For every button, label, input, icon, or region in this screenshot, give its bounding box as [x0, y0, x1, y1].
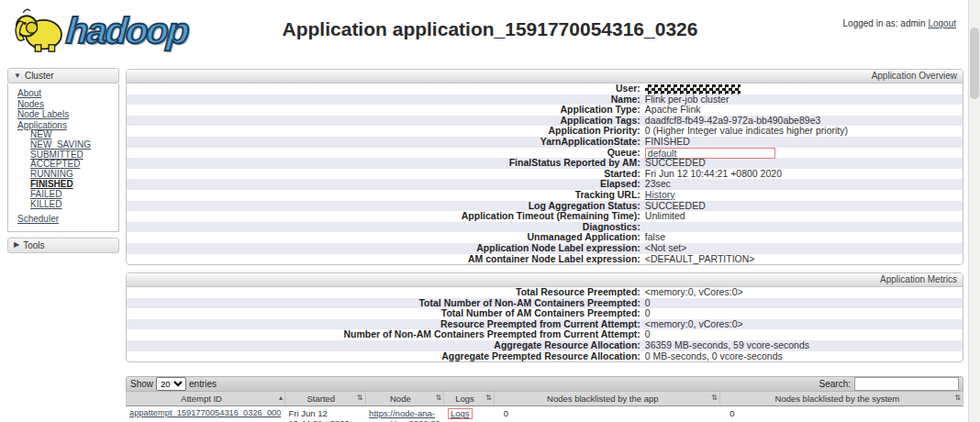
- kv-value-unmanaged-application: false: [645, 232, 963, 243]
- attempts-body: appattempt_1591770054316_0326_000001Fri …: [126, 406, 963, 422]
- sidebar-item-about[interactable]: About: [17, 88, 41, 99]
- application-metrics-title: Application Metrics: [127, 273, 963, 287]
- overview-rows: User:Name:Flink per-job clusterApplicati…: [127, 83, 963, 264]
- search-control: Search:: [819, 377, 959, 391]
- kv-row-overview-application-node-label-expression: Application Node Label expression:<Not s…: [127, 243, 963, 254]
- kv-row-overview-am-container-node-label-expression: AM container Node Label expression:<DEFA…: [127, 254, 963, 265]
- col-header-label: Nodes blacklisted by the app: [547, 394, 658, 404]
- sidebar-item-state-killed[interactable]: KILLED: [30, 200, 61, 210]
- logs-link[interactable]: Logs: [451, 408, 470, 418]
- application-overview-title: Application Overview: [127, 70, 963, 83]
- kv-value-aggregate-resource-allocation: 36359 MB-seconds, 59 vcore-seconds: [645, 340, 963, 351]
- tools-label: Tools: [23, 240, 44, 250]
- kv-row-overview-application-type: Application Type:Apache Flink: [127, 105, 963, 116]
- kv-label-total-resource-preempted: Total Resource Preempted:: [127, 287, 645, 298]
- logged-in-as-text: Logged in as: admin: [843, 18, 926, 28]
- chevron-down-icon: ▼: [14, 72, 21, 80]
- sort-icon: ⇅: [711, 394, 718, 402]
- kv-value-am-container-node-label-expression: <DEFAULT_PARTITION>: [645, 254, 963, 265]
- kv-label-user: User:: [127, 83, 645, 94]
- table-row: appattempt_1591770054316_0326_000001Fri …: [126, 406, 963, 422]
- sort-icon: ⇅: [954, 394, 961, 402]
- kv-label-aggregate-preempted-resource-allocation: Aggregate Preempted Resource Allocation:: [127, 351, 645, 362]
- history-link[interactable]: History: [645, 189, 675, 200]
- page-size-select[interactable]: 20: [156, 377, 186, 391]
- cluster-label: Cluster: [25, 71, 54, 81]
- kv-value-application-node-label-expression: <Not set>: [645, 243, 963, 254]
- col-header-attempt-id[interactable]: Attempt ID▴: [127, 392, 285, 405]
- sidebar-nav: ▼ Cluster AboutNodesNode LabelsApplicati…: [7, 68, 119, 253]
- page-title: Application application_1591770054316_03…: [0, 18, 980, 40]
- node-link[interactable]: https://node-ana-corezUam0002:8044: [369, 408, 440, 422]
- blacklisted-app-count: 0: [495, 406, 721, 422]
- col-header-label: Node: [390, 394, 411, 404]
- cluster-accordion-header[interactable]: ▼ Cluster: [7, 68, 119, 83]
- kv-row-overview-tracking-url: Tracking URL:History: [127, 190, 963, 201]
- scrollbar-thumb[interactable]: [970, 28, 979, 99]
- login-status: Logged in as: admin Logout: [843, 18, 956, 28]
- tools-accordion-header[interactable]: ▶ Tools: [7, 238, 119, 253]
- search-input[interactable]: [854, 377, 959, 391]
- chevron-right-icon: ▶: [14, 241, 19, 249]
- kv-value-yarnapplicationstate: FINISHED: [645, 137, 963, 148]
- kv-value-resource-preempted-from-current-attempt: <memory:0, vCores:0>: [645, 319, 963, 330]
- vertical-scrollbar[interactable]: [968, 0, 980, 422]
- kv-value-application-priority: 0 (Higher Integer value indicates higher…: [645, 126, 963, 137]
- kv-value-elapsed: 23sec: [645, 179, 963, 190]
- logout-link[interactable]: Logout: [928, 18, 956, 28]
- kv-row-overview-user: User:: [127, 83, 963, 94]
- sidebar-item-scheduler[interactable]: Scheduler: [17, 214, 59, 225]
- kv-row-metrics-total-resource-preempted: Total Resource Preempted:<memory:0, vCor…: [127, 287, 963, 298]
- kv-value-aggregate-preempted-resource-allocation: 0 MB-seconds, 0 vcore-seconds: [645, 351, 963, 362]
- kv-label-tracking-url: Tracking URL:: [127, 190, 645, 201]
- kv-label-application-timeout-remaining-time: Application Timeout (Remaining Time):: [127, 211, 645, 222]
- col-header-label: Attempt ID: [181, 394, 222, 404]
- col-header-label: Logs: [455, 394, 474, 404]
- started-cell: Fri Jun 12 10:44:21 +0800 2020: [284, 406, 365, 422]
- kv-value-total-number-of-non-am-containers-preempted: 0: [645, 298, 963, 309]
- col-header-label: Started: [306, 394, 335, 404]
- col-header-nodes-blacklisted-by-the-app[interactable]: Nodes blacklisted by the app⇅: [495, 392, 720, 405]
- kv-row-overview-application-timeout-remaining-time: Application Timeout (Remaining Time):Unl…: [127, 211, 963, 222]
- kv-row-overview-elapsed: Elapsed:23sec: [127, 179, 963, 190]
- kv-value-diagnostics: [645, 222, 963, 233]
- col-header-logs[interactable]: Logs⇅: [444, 392, 495, 405]
- main-content: Application Overview User:Name:Flink per…: [126, 69, 963, 422]
- attempts-toolbar: Show 20 entries Search:: [126, 376, 963, 392]
- attempts-table: Show 20 entries Search: Attempt ID▴Start…: [126, 376, 963, 422]
- cluster-links-panel: AboutNodesNode LabelsApplications NEWNEW…: [7, 83, 119, 232]
- sidebar-item-nodes[interactable]: Nodes: [17, 99, 44, 110]
- col-header-started[interactable]: Started⇅: [285, 392, 365, 405]
- sort-icon: ⇅: [485, 394, 492, 402]
- show-label: Show: [130, 379, 153, 389]
- page-size-control: Show 20 entries: [130, 377, 217, 391]
- kv-row-metrics-aggregate-resource-allocation: Aggregate Resource Allocation:36359 MB-s…: [127, 340, 963, 351]
- application-metrics-section: Application Metrics Total Resource Preem…: [126, 272, 963, 362]
- application-overview-section: Application Overview User:Name:Flink per…: [126, 69, 963, 265]
- attempt-id-link[interactable]: appattempt_1591770054316_0326_000001: [129, 408, 281, 417]
- kv-label-finalstatus-reported-by-am: FinalStatus Reported by AM:: [127, 158, 645, 169]
- kv-value-started: Fri Jun 12 10:44:21 +0800 2020: [645, 169, 963, 180]
- col-header-node[interactable]: Node⇅: [366, 392, 445, 405]
- col-header-nodes-blacklisted-by-the-system[interactable]: Nodes blacklisted by the system⇅: [720, 392, 963, 405]
- kv-label-elapsed: Elapsed:: [127, 179, 645, 190]
- kv-value-total-resource-preempted: <memory:0, vCores:0>: [645, 287, 963, 298]
- entries-label: entries: [189, 379, 217, 389]
- sort-icon: ⇅: [357, 394, 363, 402]
- sidebar-item-node-labels[interactable]: Node Labels: [17, 109, 69, 120]
- search-label: Search:: [819, 379, 851, 389]
- blacklisted-system-count: 0: [720, 406, 963, 422]
- sort-icon: ⇅: [435, 394, 441, 402]
- sidebar-item-state-failed[interactable]: FAILED: [30, 190, 61, 200]
- kv-value-user: [645, 83, 963, 94]
- kv-label-yarnapplicationstate: YarnApplicationState:: [127, 137, 645, 148]
- kv-label-application-node-label-expression: Application Node Label expression:: [127, 243, 645, 254]
- kv-row-overview-started: Started:Fri Jun 12 10:44:21 +0800 2020: [127, 169, 963, 180]
- sidebar-item-state-new-saving[interactable]: NEW_SAVING: [30, 140, 91, 150]
- kv-row-overview-finalstatus-reported-by-am: FinalStatus Reported by AM:SUCCEEDED: [127, 158, 963, 169]
- kv-value-finalstatus-reported-by-am: SUCCEEDED: [645, 158, 963, 169]
- kv-value-application-timeout-remaining-time: Unlimited: [645, 211, 963, 222]
- kv-label-aggregate-resource-allocation: Aggregate Resource Allocation:: [127, 340, 645, 351]
- kv-label-started: Started:: [127, 169, 645, 180]
- kv-row-overview-yarnapplicationstate: YarnApplicationState:FINISHED: [127, 137, 963, 148]
